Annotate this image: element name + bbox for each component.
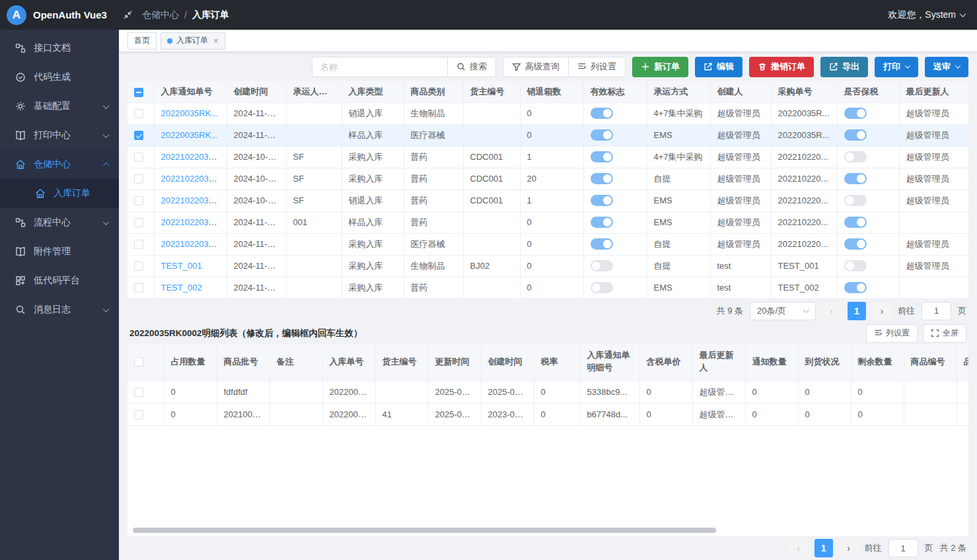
valid-toggle[interactable] [591, 108, 613, 119]
print-button[interactable]: 打印 [875, 57, 918, 77]
order-number-link[interactable]: TEST_001 [161, 261, 202, 271]
advanced-query-button[interactable]: 高级查询 [503, 57, 568, 77]
sidebar-item-api-docs[interactable]: 接口文档 [0, 34, 119, 63]
select-all-checkbox[interactable] [134, 88, 143, 97]
cell-carrier_no: SF [286, 168, 342, 190]
bonded-toggle[interactable] [844, 108, 867, 119]
detail-cell [270, 403, 322, 426]
detail-page-number-button[interactable]: 1 [814, 539, 833, 557]
code-gen-icon [15, 72, 26, 83]
page-size-select[interactable]: 20条/页 [750, 302, 816, 320]
bonded-toggle[interactable] [844, 238, 867, 250]
valid-toggle[interactable] [591, 217, 613, 228]
detail-row[interactable]: 0fdfdfdf2022003...2025-05-...2025-05-...… [127, 381, 968, 403]
bonded-toggle[interactable] [844, 282, 867, 293]
detail-cell: 超级管理员 [692, 403, 745, 426]
order-row[interactable]: TEST_0022024-11-23 ...采购入库普药0EMStestTEST… [127, 277, 968, 298]
cell-valid [583, 102, 647, 124]
cell-owner_no: CDC001 [463, 146, 520, 168]
order-number-link[interactable]: 2022102203R... [161, 174, 223, 184]
edit-button[interactable]: 编辑 [695, 57, 742, 77]
column-settings-button[interactable]: 列设置 [568, 57, 626, 77]
order-number-link[interactable]: 2022102203R... [161, 217, 223, 227]
row-checkbox[interactable] [134, 240, 143, 249]
detail-row[interactable]: 02021000...2022003...412025-05-...2023-0… [127, 403, 968, 426]
valid-toggle[interactable] [591, 195, 613, 206]
tab-inbound-orders[interactable]: 入库订单 × [161, 32, 225, 50]
page-number-button[interactable]: 1 [848, 302, 866, 320]
bonded-toggle[interactable] [844, 151, 867, 162]
valid-toggle[interactable] [591, 151, 613, 162]
bonded-toggle[interactable] [844, 217, 867, 228]
order-row[interactable]: 2022102203R...2024-11-07 ...001样品入库普药0EM… [127, 211, 968, 233]
bonded-toggle[interactable] [844, 260, 867, 271]
order-row[interactable]: 2022102203R...2024-10-31...SF采购入库普药CDC00… [127, 146, 968, 168]
detail-prev-page-button[interactable]: ‹ [789, 539, 808, 557]
bonded-toggle[interactable] [844, 173, 867, 184]
bonded-toggle[interactable] [844, 129, 867, 141]
detail-row-checkbox[interactable] [134, 388, 143, 397]
row-checkbox[interactable] [134, 153, 143, 162]
sidebar-item-flow-center[interactable]: 流程中心 [0, 208, 119, 237]
valid-toggle[interactable] [591, 238, 613, 250]
valid-toggle[interactable] [591, 282, 613, 293]
valid-toggle[interactable] [591, 173, 613, 184]
sidebar-item-message-logs[interactable]: 消息日志 [0, 295, 119, 324]
order-row[interactable]: 2022102203R...2024-10-31...SF采购入库普药CDC00… [127, 168, 968, 190]
valid-toggle[interactable] [591, 129, 613, 141]
goto-page-input[interactable] [922, 302, 951, 320]
cell-created: 2024-10-31... [227, 168, 286, 190]
column-header: 商品编号 [904, 344, 957, 381]
fullscreen-button[interactable]: 全屏 [923, 324, 966, 343]
order-number-link[interactable]: 2022102203R... [161, 195, 223, 205]
bonded-toggle[interactable] [844, 195, 867, 206]
order-row[interactable]: 2022102203R...2024-11-07 ...采购入库医疗器械0自提超… [127, 233, 968, 255]
row-checkbox[interactable] [134, 174, 143, 184]
cancel-order-button[interactable]: 撤销订单 [749, 57, 814, 77]
row-checkbox[interactable] [134, 109, 143, 118]
cell-carrier_no: SF [286, 146, 342, 168]
search-input[interactable] [312, 57, 447, 77]
detail-select-all-checkbox[interactable] [134, 357, 143, 367]
detail-next-page-button[interactable]: › [840, 539, 858, 557]
sidebar-item-base-config[interactable]: 基础配置 [0, 92, 119, 121]
sidebar-item-lowcode[interactable]: 低代码平台 [0, 266, 119, 295]
valid-toggle[interactable] [591, 260, 613, 271]
order-number-link[interactable]: 2022102203R... [161, 152, 223, 162]
row-checkbox[interactable] [134, 262, 143, 271]
order-row[interactable]: 20220035RK...2024-11-06 ...销退入库生物制品04+7集… [127, 102, 968, 124]
detail-row-checkbox[interactable] [134, 410, 143, 419]
submit-review-button[interactable]: 送审 [925, 57, 968, 77]
tab-home[interactable]: 首页 [127, 32, 157, 50]
detail-column-settings-button[interactable]: 列设置 [866, 324, 918, 343]
row-checkbox[interactable] [134, 131, 143, 140]
row-checkbox[interactable] [134, 218, 143, 227]
sidebar-item-attachments[interactable]: 附件管理 [0, 237, 119, 266]
sidebar-item-inbound-orders[interactable]: 入库订单 [0, 179, 119, 208]
prev-page-button[interactable]: ‹ [822, 302, 841, 320]
sidebar-item-code-gen[interactable]: 代码生成 [0, 63, 119, 92]
detail-goto-page-input[interactable] [888, 539, 918, 557]
order-number-link[interactable]: TEST_002 [161, 283, 202, 293]
detail-pagination: ‹ 1 › 前往 页 共 2 条 [119, 536, 977, 560]
close-tab-icon[interactable]: × [213, 36, 219, 45]
row-checkbox[interactable] [134, 283, 143, 293]
sidebar-item-print-center[interactable]: 打印中心 [0, 121, 119, 150]
order-row[interactable]: TEST_0012024-11-23 ...采购入库生物制品BJ020自提tes… [127, 255, 968, 277]
order-number-link[interactable]: 2022102203R... [161, 239, 223, 249]
new-order-button[interactable]: 新订单 [632, 57, 688, 77]
order-number-link[interactable]: 20220035RK... [161, 130, 219, 140]
search-button[interactable]: 搜索 [447, 57, 496, 77]
row-checkbox[interactable] [134, 196, 143, 205]
export-button[interactable]: 导出 [820, 57, 868, 77]
row-checkbox-cell [127, 124, 154, 146]
next-page-button[interactable]: › [873, 302, 891, 320]
order-row[interactable]: 2022102203R...2024-10-31...SF销退入库普药CDC00… [127, 190, 968, 211]
collapse-sidebar-icon[interactable] [123, 10, 133, 20]
sidebar-item-warehouse-center[interactable]: 仓储中心 [0, 150, 119, 179]
scrollbar-thumb[interactable] [133, 528, 716, 533]
breadcrumb-section[interactable]: 仓储中心 [142, 9, 179, 21]
order-row[interactable]: 20220035RK...2024-11-06 ...样品入库医疗器械0EMS超… [127, 124, 968, 146]
order-number-link[interactable]: 20220035RK... [161, 108, 219, 118]
user-menu[interactable]: 欢迎您，System [888, 9, 965, 21]
